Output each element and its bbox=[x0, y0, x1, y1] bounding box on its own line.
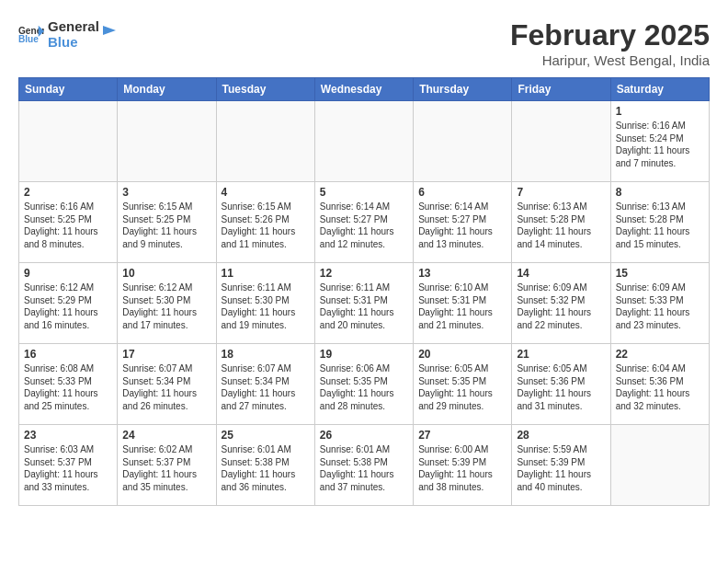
day-number: 2 bbox=[24, 186, 112, 199]
calendar-empty-cell bbox=[414, 101, 512, 182]
day-info: Sunrise: 6:08 AMSunset: 5:33 PMDaylight:… bbox=[24, 362, 112, 412]
calendar-day-17: 17Sunrise: 6:07 AMSunset: 5:34 PMDayligh… bbox=[118, 344, 216, 425]
calendar-table: SundayMondayTuesdayWednesdayThursdayFrid… bbox=[18, 77, 710, 506]
day-info: Sunrise: 6:05 AMSunset: 5:35 PMDaylight:… bbox=[418, 362, 506, 412]
calendar-day-21: 21Sunrise: 6:05 AMSunset: 5:36 PMDayligh… bbox=[512, 344, 610, 425]
day-info: Sunrise: 6:14 AMSunset: 5:27 PMDaylight:… bbox=[418, 201, 506, 250]
calendar-day-27: 27Sunrise: 6:00 AMSunset: 5:39 PMDayligh… bbox=[414, 425, 512, 506]
logo-arrow-icon bbox=[99, 22, 116, 39]
day-info: Sunrise: 6:07 AMSunset: 5:34 PMDaylight:… bbox=[222, 362, 310, 412]
day-info: Sunrise: 6:02 AMSunset: 5:37 PMDaylight:… bbox=[122, 443, 210, 493]
calendar-week-row: 16Sunrise: 6:08 AMSunset: 5:33 PMDayligh… bbox=[19, 344, 710, 425]
day-info: Sunrise: 6:04 AMSunset: 5:36 PMDaylight:… bbox=[616, 362, 704, 412]
logo-general: General bbox=[48, 18, 99, 34]
day-info: Sunrise: 6:13 AMSunset: 5:28 PMDaylight:… bbox=[517, 201, 605, 250]
calendar-day-14: 14Sunrise: 6:09 AMSunset: 5:32 PMDayligh… bbox=[512, 263, 610, 344]
day-number: 9 bbox=[24, 267, 112, 280]
weekday-header-thursday: Thursday bbox=[414, 78, 512, 101]
logo-icon: General Blue bbox=[18, 24, 44, 44]
day-info: Sunrise: 6:00 AMSunset: 5:39 PMDaylight:… bbox=[418, 443, 506, 493]
weekday-header-tuesday: Tuesday bbox=[216, 78, 314, 101]
weekday-header-row: SundayMondayTuesdayWednesdayThursdayFrid… bbox=[19, 78, 710, 101]
calendar-day-20: 20Sunrise: 6:05 AMSunset: 5:35 PMDayligh… bbox=[414, 344, 512, 425]
day-info: Sunrise: 6:16 AMSunset: 5:25 PMDaylight:… bbox=[24, 201, 112, 250]
day-number: 15 bbox=[616, 267, 704, 280]
day-number: 5 bbox=[320, 186, 408, 199]
svg-text:Blue: Blue bbox=[18, 35, 39, 45]
calendar-empty-cell bbox=[19, 101, 118, 182]
day-info: Sunrise: 6:01 AMSunset: 5:38 PMDaylight:… bbox=[222, 443, 310, 493]
calendar-day-15: 15Sunrise: 6:09 AMSunset: 5:33 PMDayligh… bbox=[610, 263, 709, 344]
day-info: Sunrise: 6:12 AMSunset: 5:29 PMDaylight:… bbox=[24, 282, 112, 331]
day-number: 16 bbox=[24, 348, 112, 361]
logo-blue: Blue bbox=[48, 34, 99, 50]
calendar-day-22: 22Sunrise: 6:04 AMSunset: 5:36 PMDayligh… bbox=[610, 344, 709, 425]
calendar-empty-cell bbox=[512, 101, 610, 182]
title-block: February 2025 Haripur, West Bengal, Indi… bbox=[510, 18, 710, 68]
day-number: 21 bbox=[517, 348, 605, 361]
day-number: 3 bbox=[122, 186, 210, 199]
calendar-day-9: 9Sunrise: 6:12 AMSunset: 5:29 PMDaylight… bbox=[19, 263, 118, 344]
day-number: 24 bbox=[122, 429, 210, 442]
day-info: Sunrise: 6:15 AMSunset: 5:25 PMDaylight:… bbox=[122, 201, 210, 250]
calendar-day-24: 24Sunrise: 6:02 AMSunset: 5:37 PMDayligh… bbox=[118, 425, 216, 506]
calendar-day-1: 1Sunrise: 6:16 AMSunset: 5:24 PMDaylight… bbox=[610, 101, 709, 182]
calendar-week-row: 1Sunrise: 6:16 AMSunset: 5:24 PMDaylight… bbox=[19, 101, 710, 182]
calendar-day-10: 10Sunrise: 6:12 AMSunset: 5:30 PMDayligh… bbox=[118, 263, 216, 344]
day-info: Sunrise: 6:09 AMSunset: 5:33 PMDaylight:… bbox=[616, 282, 704, 331]
calendar-day-6: 6Sunrise: 6:14 AMSunset: 5:27 PMDaylight… bbox=[414, 182, 512, 263]
calendar-empty-cell bbox=[314, 101, 413, 182]
day-info: Sunrise: 6:11 AMSunset: 5:31 PMDaylight:… bbox=[320, 282, 408, 331]
calendar-day-11: 11Sunrise: 6:11 AMSunset: 5:30 PMDayligh… bbox=[216, 263, 314, 344]
day-number: 6 bbox=[418, 186, 506, 199]
day-info: Sunrise: 6:15 AMSunset: 5:26 PMDaylight:… bbox=[222, 201, 310, 250]
calendar-empty-cell bbox=[610, 425, 709, 506]
day-number: 28 bbox=[517, 429, 605, 442]
calendar-week-row: 9Sunrise: 6:12 AMSunset: 5:29 PMDaylight… bbox=[19, 263, 710, 344]
calendar-day-13: 13Sunrise: 6:10 AMSunset: 5:31 PMDayligh… bbox=[414, 263, 512, 344]
day-info: Sunrise: 6:10 AMSunset: 5:31 PMDaylight:… bbox=[418, 282, 506, 331]
calendar-day-8: 8Sunrise: 6:13 AMSunset: 5:28 PMDaylight… bbox=[610, 182, 709, 263]
day-number: 7 bbox=[517, 186, 605, 199]
day-number: 19 bbox=[320, 348, 408, 361]
calendar-empty-cell bbox=[118, 101, 216, 182]
weekday-header-friday: Friday bbox=[512, 78, 610, 101]
day-info: Sunrise: 6:14 AMSunset: 5:27 PMDaylight:… bbox=[320, 201, 408, 250]
day-number: 26 bbox=[320, 429, 408, 442]
calendar-day-5: 5Sunrise: 6:14 AMSunset: 5:27 PMDaylight… bbox=[314, 182, 413, 263]
month-year-title: February 2025 bbox=[510, 18, 710, 52]
day-number: 25 bbox=[222, 429, 310, 442]
day-info: Sunrise: 6:03 AMSunset: 5:37 PMDaylight:… bbox=[24, 443, 112, 493]
day-number: 4 bbox=[222, 186, 310, 199]
calendar-week-row: 2Sunrise: 6:16 AMSunset: 5:25 PMDaylight… bbox=[19, 182, 710, 263]
day-number: 18 bbox=[222, 348, 310, 361]
calendar-day-19: 19Sunrise: 6:06 AMSunset: 5:35 PMDayligh… bbox=[314, 344, 413, 425]
day-info: Sunrise: 6:13 AMSunset: 5:28 PMDaylight:… bbox=[616, 201, 704, 250]
day-number: 11 bbox=[222, 267, 310, 280]
day-number: 27 bbox=[418, 429, 506, 442]
calendar-day-4: 4Sunrise: 6:15 AMSunset: 5:26 PMDaylight… bbox=[216, 182, 314, 263]
calendar-day-25: 25Sunrise: 6:01 AMSunset: 5:38 PMDayligh… bbox=[216, 425, 314, 506]
calendar-day-3: 3Sunrise: 6:15 AMSunset: 5:25 PMDaylight… bbox=[118, 182, 216, 263]
day-number: 22 bbox=[616, 348, 704, 361]
weekday-header-monday: Monday bbox=[118, 78, 216, 101]
calendar-day-16: 16Sunrise: 6:08 AMSunset: 5:33 PMDayligh… bbox=[19, 344, 118, 425]
day-info: Sunrise: 6:16 AMSunset: 5:24 PMDaylight:… bbox=[616, 120, 704, 169]
day-number: 10 bbox=[122, 267, 210, 280]
day-number: 17 bbox=[122, 348, 210, 361]
calendar-day-12: 12Sunrise: 6:11 AMSunset: 5:31 PMDayligh… bbox=[314, 263, 413, 344]
day-number: 23 bbox=[24, 429, 112, 442]
calendar-day-18: 18Sunrise: 6:07 AMSunset: 5:34 PMDayligh… bbox=[216, 344, 314, 425]
day-info: Sunrise: 5:59 AMSunset: 5:39 PMDaylight:… bbox=[517, 443, 605, 493]
day-number: 14 bbox=[517, 267, 605, 280]
svg-marker-3 bbox=[103, 26, 116, 35]
calendar-day-23: 23Sunrise: 6:03 AMSunset: 5:37 PMDayligh… bbox=[19, 425, 118, 506]
day-info: Sunrise: 6:01 AMSunset: 5:38 PMDaylight:… bbox=[320, 443, 408, 493]
calendar-week-row: 23Sunrise: 6:03 AMSunset: 5:37 PMDayligh… bbox=[19, 425, 710, 506]
day-number: 20 bbox=[418, 348, 506, 361]
day-info: Sunrise: 6:07 AMSunset: 5:34 PMDaylight:… bbox=[122, 362, 210, 412]
location-subtitle: Haripur, West Bengal, India bbox=[510, 52, 710, 68]
day-info: Sunrise: 6:12 AMSunset: 5:30 PMDaylight:… bbox=[122, 282, 210, 331]
calendar-day-7: 7Sunrise: 6:13 AMSunset: 5:28 PMDaylight… bbox=[512, 182, 610, 263]
weekday-header-wednesday: Wednesday bbox=[314, 78, 413, 101]
